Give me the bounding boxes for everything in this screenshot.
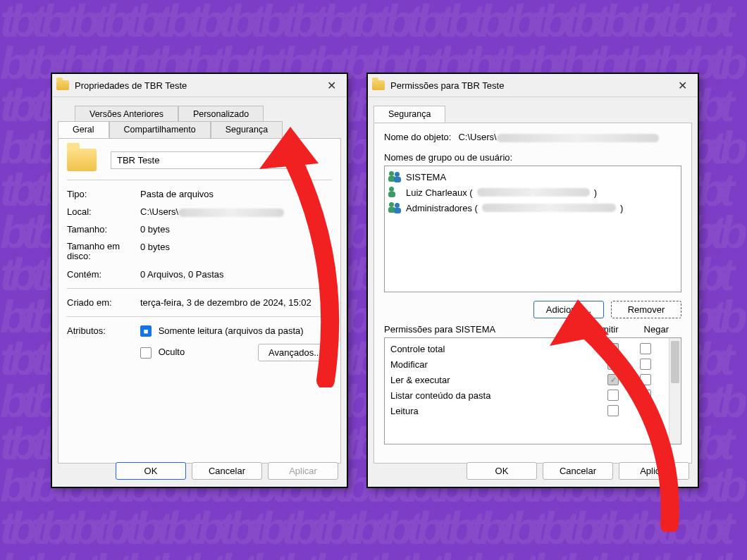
label-readonly: Somente leitura (arquivos da pasta): [159, 325, 304, 336]
list-item[interactable]: Luiz Charleaux (): [389, 185, 677, 200]
user-name: Administradores (: [406, 203, 478, 213]
col-allow: Permitir: [587, 324, 619, 335]
list-item[interactable]: SISTEMA: [389, 169, 677, 185]
tab-previous-versions[interactable]: Versões Anteriores: [75, 106, 178, 122]
permission-label: Controle total: [390, 344, 599, 354]
folder-large-icon: [67, 149, 97, 171]
permission-label: Listar conteúdo da pasta: [390, 390, 599, 401]
permission-row: Ler & executar✓: [390, 372, 675, 387]
checkbox-deny[interactable]: [640, 359, 651, 370]
permissions-listbox[interactable]: Controle total✓Modificar✓Ler & executar✓…: [384, 337, 681, 444]
label-contains: Contém:: [67, 269, 135, 280]
tab-sharing[interactable]: Compartilhamento: [109, 121, 211, 138]
apply-button[interactable]: Aplicar: [619, 462, 689, 480]
checkbox-deny[interactable]: [640, 390, 651, 401]
tab-general[interactable]: Geral: [58, 121, 109, 138]
tab-security[interactable]: Segurança: [211, 121, 283, 138]
permission-row: Listar conteúdo da pasta: [390, 387, 675, 403]
label-attributes: Atributos:: [67, 325, 135, 362]
checkbox-allow[interactable]: ✓: [607, 359, 619, 370]
checkbox-hidden[interactable]: [140, 347, 152, 359]
permission-label: Ler & executar: [390, 375, 599, 385]
checkbox-allow[interactable]: [607, 390, 619, 401]
scrollbar-thumb[interactable]: [671, 341, 679, 383]
checkbox-deny[interactable]: [640, 343, 651, 354]
window-title: Propriedades de TBR Teste: [75, 80, 320, 91]
tab-security[interactable]: Segurança: [374, 106, 445, 123]
advanced-button[interactable]: Avançados...: [258, 344, 332, 361]
label-object-name: Nome do objeto:: [384, 132, 451, 142]
label-hidden: Oculto: [159, 347, 185, 357]
cancel-button[interactable]: Cancelar: [192, 462, 262, 480]
user-name: Luiz Charleaux (: [406, 187, 473, 198]
user-suffix: ): [594, 187, 597, 198]
list-item[interactable]: Administradores (): [389, 200, 677, 216]
titlebar[interactable]: Propriedades de TBR Teste ✕: [52, 74, 347, 97]
ok-button[interactable]: OK: [116, 462, 186, 480]
value-size-on-disk: 0 bytes: [140, 242, 332, 262]
object-prefix: C:\Users\: [458, 132, 496, 142]
titlebar[interactable]: Permissões para TBR Teste ✕: [368, 74, 698, 97]
checkbox-allow[interactable]: ✓: [607, 343, 619, 354]
tab-panel-security: Nome do objeto: C:\Users\ Nomes de grupo…: [374, 123, 692, 463]
permission-row: Leitura: [390, 403, 675, 418]
label-created: Criado em:: [67, 297, 135, 308]
scrollbar[interactable]: [669, 338, 681, 444]
permission-row: Modificar✓: [390, 356, 675, 372]
folder-icon: [372, 80, 385, 90]
label-size: Tamanho:: [67, 224, 135, 235]
permission-label: Modificar: [390, 359, 599, 370]
tab-panel-general: TBR Teste Tipo: Pasta de arquivos Local:…: [58, 138, 341, 463]
value-size: 0 bytes: [140, 224, 332, 235]
tab-customize[interactable]: Personalizado: [178, 106, 264, 122]
redacted-path: [178, 209, 284, 217]
users-group-icon: [389, 171, 402, 182]
close-icon[interactable]: ✕: [320, 77, 342, 94]
checkbox-readonly[interactable]: ■: [140, 325, 152, 337]
redacted: [477, 188, 590, 197]
user-suffix: ): [620, 203, 623, 213]
user-icon: [389, 187, 402, 198]
close-icon[interactable]: ✕: [671, 77, 693, 94]
value-contains: 0 Arquivos, 0 Pastas: [140, 269, 332, 280]
redacted-path: [497, 134, 659, 142]
cancel-button[interactable]: Cancelar: [543, 462, 613, 480]
checkbox-deny[interactable]: [640, 374, 651, 385]
remove-button[interactable]: Remover: [611, 301, 681, 318]
folder-icon: [56, 80, 69, 90]
location-prefix: C:\Users\: [140, 206, 178, 217]
label-group-users: Nomes de grupo ou de usuário:: [384, 152, 681, 163]
redacted: [482, 204, 616, 212]
label-type: Tipo:: [67, 189, 135, 199]
ok-button[interactable]: OK: [467, 462, 537, 480]
col-deny: Negar: [644, 324, 669, 335]
user-name: SISTEMA: [406, 172, 446, 182]
users-listbox[interactable]: SISTEMA Luiz Charleaux () Administradore…: [384, 166, 681, 292]
users-group-icon: [389, 202, 402, 213]
permissions-dialog: Permissões para TBR Teste ✕ Segurança No…: [366, 73, 699, 488]
window-title: Permissões para TBR Teste: [390, 80, 671, 91]
value-object-name: C:\Users\: [458, 132, 658, 142]
properties-dialog: Propriedades de TBR Teste ✕ Versões Ante…: [51, 73, 348, 488]
checkbox-deny[interactable]: [640, 405, 651, 416]
value-type: Pasta de arquivos: [140, 189, 332, 199]
add-button[interactable]: Adicionar...: [533, 301, 604, 318]
value-location: C:\Users\: [140, 206, 332, 217]
label-permissions-for: Permissões para SISTEMA: [384, 324, 495, 335]
checkbox-allow[interactable]: [607, 405, 619, 416]
permission-label: Leitura: [390, 406, 599, 416]
permission-row: Controle total✓: [390, 341, 675, 356]
checkbox-allow[interactable]: ✓: [607, 374, 619, 385]
value-created: terça-feira, 3 de dezembro de 2024, 15:0…: [140, 297, 332, 308]
label-location: Local:: [67, 206, 135, 217]
apply-button[interactable]: Aplicar: [268, 462, 338, 480]
folder-name-input[interactable]: TBR Teste: [111, 151, 307, 169]
label-size-on-disk: Tamanho em disco:: [67, 242, 135, 262]
